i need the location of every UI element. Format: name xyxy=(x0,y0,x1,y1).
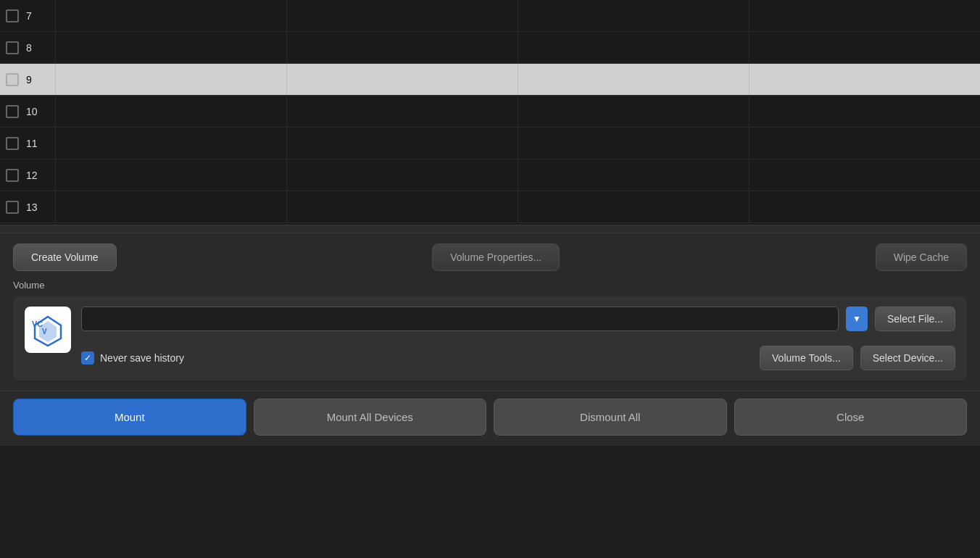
table-cell xyxy=(286,0,518,31)
volume-input-row: ▼ Select File... xyxy=(81,307,955,331)
table-cell xyxy=(286,32,518,63)
table-cell xyxy=(518,159,749,191)
mount-button[interactable]: Mount xyxy=(13,399,246,436)
veracrypt-logo: VC V xyxy=(25,307,71,353)
checkmark-icon: ✓ xyxy=(84,354,91,362)
table-cell xyxy=(55,0,286,31)
controls-section: Create Volume Volume Properties... Wipe … xyxy=(0,233,980,391)
table-row[interactable]: 7 xyxy=(0,0,980,32)
table-cell xyxy=(286,159,518,191)
dismount-all-button[interactable]: Dismount All xyxy=(494,399,727,436)
table-cell xyxy=(749,64,980,95)
row-number: 9 xyxy=(26,74,55,86)
table-cell xyxy=(749,0,980,31)
volume-action-buttons: Volume Tools... Select Device... xyxy=(760,346,955,370)
table-cell xyxy=(749,159,980,191)
table-cell xyxy=(749,32,980,63)
table-cell xyxy=(286,96,518,127)
table-cell xyxy=(55,64,286,95)
table-cell xyxy=(518,64,749,95)
table-cell xyxy=(518,191,749,222)
table-cell xyxy=(518,32,749,63)
table-row[interactable]: 12 xyxy=(0,159,980,191)
table-row-selected[interactable]: 9 xyxy=(0,64,980,96)
table-cell xyxy=(55,159,286,191)
row-checkbox[interactable] xyxy=(6,73,19,86)
row-number: 7 xyxy=(26,10,55,22)
table-row[interactable]: 10 xyxy=(0,96,980,128)
bottom-button-row: Mount Mount All Devices Dismount All Clo… xyxy=(13,399,967,436)
wipe-cache-button[interactable]: Wipe Cache xyxy=(876,243,967,271)
volume-table: 7 8 9 10 xyxy=(0,0,980,225)
table-cell xyxy=(749,128,980,159)
top-toolbar: Create Volume Volume Properties... Wipe … xyxy=(13,243,967,280)
table-cell xyxy=(749,96,980,127)
table-cell xyxy=(518,128,749,159)
table-cell xyxy=(518,96,749,127)
row-checkbox[interactable] xyxy=(6,169,19,182)
row-number: 12 xyxy=(26,170,55,181)
svg-text:V: V xyxy=(42,328,47,336)
row-number: 8 xyxy=(26,42,55,54)
table-cell xyxy=(518,0,749,31)
row-number: 11 xyxy=(26,138,55,149)
volume-path-input[interactable] xyxy=(81,307,839,331)
select-file-button[interactable]: Select File... xyxy=(875,307,955,331)
table-row[interactable]: 8 xyxy=(0,32,980,64)
table-cell xyxy=(55,191,286,222)
row-checkbox[interactable] xyxy=(6,137,19,150)
table-row[interactable]: 11 xyxy=(0,128,980,159)
never-save-history-label: Never save history xyxy=(100,352,184,364)
volume-dropdown-button[interactable]: ▼ xyxy=(846,307,868,331)
dropdown-arrow-icon: ▼ xyxy=(852,314,861,324)
never-save-history-checkbox[interactable]: ✓ xyxy=(81,351,94,365)
table-cell xyxy=(286,64,518,95)
table-cell xyxy=(286,128,518,159)
mount-all-devices-button[interactable]: Mount All Devices xyxy=(254,399,487,436)
row-number: 10 xyxy=(26,106,55,117)
volume-properties-button[interactable]: Volume Properties... xyxy=(432,243,560,271)
close-button[interactable]: Close xyxy=(734,399,968,436)
section-divider xyxy=(0,225,980,233)
table-cell xyxy=(55,96,286,127)
never-save-history-row: ✓ Never save history xyxy=(81,351,184,365)
table-cell xyxy=(286,191,518,222)
row-checkbox[interactable] xyxy=(6,9,19,22)
row-checkbox[interactable] xyxy=(6,41,19,54)
bottom-section: Mount Mount All Devices Dismount All Clo… xyxy=(0,391,980,446)
table-cell xyxy=(749,191,980,222)
row-checkbox[interactable] xyxy=(6,201,19,214)
table-cell xyxy=(55,128,286,159)
volume-group: VC V ▼ Select File... xyxy=(13,296,967,380)
volume-tools-button[interactable]: Volume Tools... xyxy=(760,346,853,370)
table-cell xyxy=(55,32,286,63)
volume-section-label: Volume xyxy=(13,280,967,291)
table-row[interactable]: 13 xyxy=(0,191,980,223)
select-device-button[interactable]: Select Device... xyxy=(860,346,955,370)
row-number: 13 xyxy=(26,201,55,213)
row-checkbox[interactable] xyxy=(6,105,19,118)
create-volume-button[interactable]: Create Volume xyxy=(13,243,117,271)
